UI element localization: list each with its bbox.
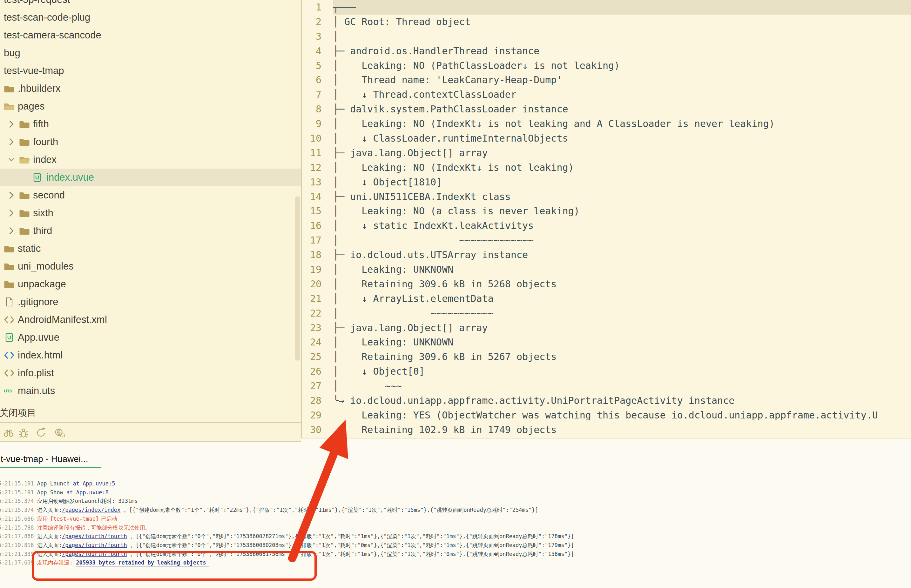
tree-item-label: test-5p-request [4, 0, 70, 5]
editor-line[interactable]: 24 │ Leaking: UNKNOWN [302, 335, 911, 350]
tree-item-label: index.html [18, 350, 63, 361]
editor-line[interactable]: 7 │ ↓ Thread.contextClassLoader [302, 87, 911, 102]
editor-line[interactable]: 22 │ ~~~~~~~~~~~ [302, 306, 911, 321]
console-tab[interactable]: t-vue-tmap - Huawei... [1, 454, 88, 464]
editor-line[interactable]: 3 │ [302, 29, 911, 44]
log-text: 。[{"创建dom元素个数":"1个","耗时":"22ms"},{"排版":"… [120, 507, 538, 513]
editor-line[interactable]: 8 ├─ dalvik.system.PathClassLoader insta… [302, 102, 911, 116]
sync-icon[interactable] [36, 428, 46, 438]
chevron-down-icon[interactable] [8, 155, 15, 164]
log-timestamp: 5:21:19.816 [0, 542, 37, 548]
editor-line[interactable]: 2 │ GC Root: Thread object [302, 15, 911, 29]
tree-item-label: sixth [33, 207, 53, 219]
log-row: 5:21:15.686 应用【test-vue-tmap】已启动 [0, 515, 574, 523]
editor-line[interactable]: 6 │ Thread name: 'LeakCanary-Heap-Dump' [302, 73, 911, 87]
tree-item-app-uvue[interactable]: App.uvue [0, 329, 301, 346]
tree-item-fourth[interactable]: fourth [0, 133, 301, 151]
tree-item-static[interactable]: static [0, 240, 301, 257]
folder-icon [19, 191, 30, 200]
tree-item-bug[interactable]: bug [0, 44, 301, 62]
tree-item-third[interactable]: third [0, 222, 301, 240]
editor-line[interactable]: 26 │ ↓ Object[0] [302, 364, 911, 379]
editor-line[interactable]: 30 Retaining 102.9 kB in 1749 objects [302, 423, 911, 437]
log-link[interactable]: /pages/fourth/fourth [62, 551, 127, 557]
folder-icon [19, 120, 30, 129]
tree-item-test-scan-code-plug[interactable]: test-scan-code-plug [0, 8, 301, 26]
line-content: ├─ android.os.HandlerThread instance [333, 44, 539, 58]
log-link[interactable]: at App.uvue:8 [66, 489, 108, 496]
bug-icon[interactable] [18, 428, 29, 438]
editor-line[interactable]: 25 │ Retaining 309.6 kB in 5267 objects [302, 350, 911, 364]
log-timestamp: 5:21:15.374 [0, 498, 37, 504]
log-link[interactable]: /pages/fourth/fourth [62, 542, 127, 548]
log-link[interactable]: at App.uvue:5 [73, 480, 115, 487]
tree-item-unpackage[interactable]: unpackage [0, 275, 301, 293]
tree-item-sixth[interactable]: sixth [0, 204, 301, 222]
globe-cloud-icon[interactable] [55, 428, 65, 438]
log-link[interactable]: /pages/index/index [62, 507, 120, 513]
chevron-right-icon[interactable] [8, 191, 15, 199]
tree-item-label: fourth [33, 136, 58, 148]
editor-line[interactable]: 9 │ Leaking: NO (IndexKt↓ is not leaking… [302, 116, 911, 131]
tree-item-pages[interactable]: pages [0, 97, 301, 115]
tree-item--hbuilderx[interactable]: .hbuilderx [0, 80, 301, 97]
editor-line[interactable]: 28 ╰→ io.dcloud.uniapp.appframe.activity… [302, 393, 911, 408]
editor-line[interactable]: 10 │ ↓ ClassLoader.runtimeInternalObject… [302, 131, 911, 146]
line-number: 24 [302, 335, 322, 350]
tree-item-index[interactable]: index [0, 151, 301, 169]
editor-console-divider[interactable] [302, 438, 911, 438]
leak-report-link[interactable]: 205933 bytes retained by leaking objects [76, 559, 209, 566]
editor-line[interactable]: 13 │ ↓ Object[1810] [302, 175, 911, 189]
editor-line[interactable]: 19 │ Leaking: UNKNOWN [302, 262, 911, 277]
log-timestamp: 5:21:15.191 [0, 489, 37, 496]
code-editor[interactable]: 1 ┬─── 2 │ GC Root: Thread object 3 │ 4 … [302, 0, 911, 438]
tree-item-label: fifth [33, 118, 49, 130]
editor-line[interactable]: 15 │ Leaking: NO (a class is never leaki… [302, 204, 911, 218]
tree-item-test-camera-scancode[interactable]: test-camera-scancode [0, 26, 301, 44]
editor-line[interactable]: 29 Leaking: YES (ObjectWatcher was watch… [302, 408, 911, 423]
binoculars-icon[interactable] [3, 428, 14, 438]
log-error-text: 发现内存泄漏: [37, 559, 76, 566]
tree-item-test-5p-request[interactable]: test-5p-request [0, 0, 301, 8]
log-text: 进入页面: [37, 507, 62, 513]
editor-line[interactable]: 21 │ ↓ ArrayList.elementData [302, 291, 911, 306]
log-timestamp: 5:21:21.339 [0, 551, 37, 557]
tree-item-test-vue-tmap[interactable]: test-vue-tmap [0, 62, 301, 80]
tree-item-index-html[interactable]: index.html [0, 346, 301, 364]
editor-line[interactable]: 17 │ ~~~~~~~~~~~~~ [302, 233, 911, 248]
chevron-right-icon[interactable] [8, 120, 15, 128]
tree-item-info-plist[interactable]: info.plist [0, 364, 301, 382]
editor-line[interactable]: 23 ├─ java.lang.Object[] array [302, 321, 911, 335]
tree-item-label: unpackage [18, 278, 66, 290]
editor-line[interactable]: 27 │ ~~~ [302, 379, 911, 393]
log-error-text: 注意编译阶段有报错，可能部分模块无法使用。 [37, 525, 150, 531]
tree-item-label: index [33, 154, 57, 165]
editor-line[interactable]: 11 ├─ java.lang.Object[] array [302, 146, 911, 160]
tree-item-uni-modules[interactable]: uni_modules [0, 257, 301, 275]
log-row: 5:21:15.374 进入页面:/pages/index/index 。[{"… [0, 506, 574, 515]
log-row: 5:21:17.888 进入页面:/pages/fourth/fourth 。[… [0, 532, 574, 541]
editor-line[interactable]: 14 ├─ uni.UNI511CEBA.IndexKt class [302, 189, 911, 204]
editor-line[interactable]: 16 │ ↓ static IndexKt.leakActivitys [302, 218, 911, 233]
chevron-right-icon[interactable] [8, 227, 15, 235]
tree-item-main-uts[interactable]: UTS main.uts [0, 382, 301, 400]
log-link[interactable]: /pages/fourth/fourth [62, 533, 127, 540]
editor-line[interactable]: 20 │ Retaining 309.6 kB in 5268 objects [302, 277, 911, 291]
tree-item-fifth[interactable]: fifth [0, 115, 301, 133]
chevron-right-icon[interactable] [8, 209, 15, 217]
tree-item-index-uvue[interactable]: index.uvue [0, 169, 301, 186]
tree-item-androidmanifest-xml[interactable]: AndroidManifest.xml [0, 311, 301, 329]
editor-line[interactable]: 18 ├─ io.dcloud.uts.UTSArray instance [302, 248, 911, 262]
editor-line[interactable]: 12 │ Leaking: NO (IndexKt↓ is not leakin… [302, 160, 911, 175]
close-project-button[interactable]: 关闭项目 [0, 404, 36, 422]
tree-item--gitignore[interactable]: .gitignore [0, 293, 301, 311]
chevron-right-icon[interactable] [8, 138, 15, 146]
sidebar-scrollbar-thumb[interactable] [295, 196, 300, 361]
editor-line[interactable]: 1 ┬─── [302, 0, 911, 15]
log-row: 5:21:15.374 应用启动到触发onLaunch耗时: 3231ms [0, 497, 574, 506]
line-content: │ Leaking: UNKNOWN [333, 262, 453, 277]
editor-line[interactable]: 5 │ Leaking: NO (PathClassLoader↓ is not… [302, 58, 911, 73]
tree-item-label: second [33, 189, 65, 201]
tree-item-second[interactable]: second [0, 186, 301, 204]
editor-line[interactable]: 4 ├─ android.os.HandlerThread instance [302, 44, 911, 58]
